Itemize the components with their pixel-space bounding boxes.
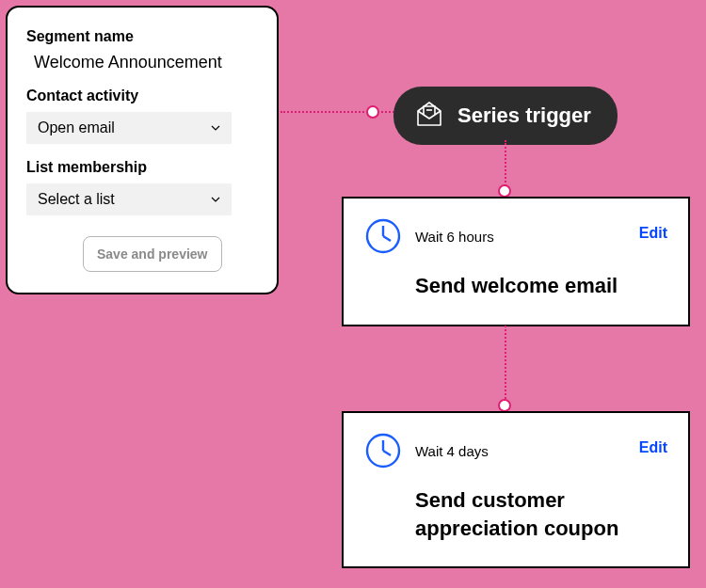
list-membership-label: List membership [26,159,258,176]
wait-duration: Wait 6 hours [415,229,494,245]
list-membership-value: Select a list [38,191,115,208]
segment-name-label: Segment name [26,28,258,45]
segment-form-card: Segment name Welcome Announcement Contac… [6,6,279,294]
contact-activity-label: Contact activity [26,87,258,104]
connector-line [505,326,506,410]
connector-node-icon [498,399,511,412]
step-card: Wait 4 days Edit Send customer appreciat… [342,411,690,568]
step-header: Wait 4 days Edit [364,432,667,469]
clock-icon [364,432,402,469]
step-header: Wait 6 hours Edit [364,217,667,255]
svg-line-3 [383,236,391,241]
edit-link[interactable]: Edit [639,439,667,456]
segment-name-value[interactable]: Welcome Announcement [26,53,258,72]
step-title: Send customer appreciation coupon [415,486,667,542]
edit-link[interactable]: Edit [639,225,667,242]
connector-node-icon [498,184,511,198]
contact-activity-select[interactable]: Open email [26,112,232,144]
wait-duration: Wait 4 days [415,443,489,459]
step-title: Send welcome email [415,272,667,300]
chevron-down-icon [211,197,220,202]
save-preview-button[interactable]: Save and preview [83,236,222,272]
series-trigger-pill[interactable]: Series trigger [393,87,618,145]
clock-icon [364,217,402,255]
step-card: Wait 6 hours Edit Send welcome email [342,197,690,326]
connector-line [281,111,397,113]
svg-line-6 [383,451,391,455]
list-membership-select[interactable]: Select a list [26,183,232,215]
envelope-open-icon [414,100,444,132]
contact-activity-value: Open email [38,119,115,136]
chevron-down-icon [211,125,220,131]
trigger-label: Series trigger [457,103,591,128]
connector-node-icon [366,105,379,119]
